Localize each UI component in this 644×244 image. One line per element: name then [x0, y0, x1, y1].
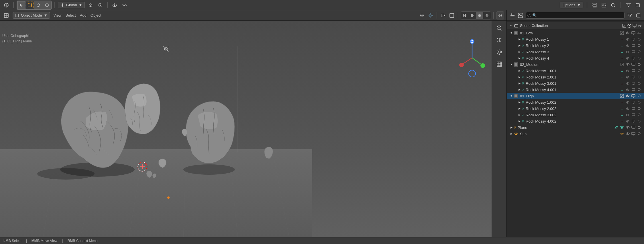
viewport-canvas[interactable]: User Orthographic (1) 03_High | Plane Z — [0, 21, 506, 237]
viewport-overlay-icon[interactable] — [427, 12, 434, 19]
select-menu[interactable]: Select — [64, 13, 77, 18]
camera-view-toggle[interactable] — [439, 12, 447, 19]
monitor-sun[interactable] — [631, 131, 636, 136]
grid-overlay-icon[interactable] — [494, 59, 504, 69]
render-rm4[interactable] — [637, 56, 642, 61]
select-icon[interactable] — [17, 1, 25, 9]
modifier-icon-rm4[interactable]: ⫠ — [619, 56, 625, 61]
monitor-rm2[interactable] — [631, 43, 636, 48]
expand-arrow-plane[interactable]: ▶ — [509, 125, 514, 130]
filter-icon[interactable] — [625, 1, 633, 9]
object-rock-mossy-2-001[interactable]: ▶ ▽ Rock Mossy 2.001 ⫠ — [507, 74, 644, 80]
collection-02-medium[interactable]: ▼ 02_Medium — [507, 61, 644, 68]
object-rock-mossy-4-001[interactable]: ▶ ▽ Rock Mossy 4.001 ⫠ — [507, 86, 644, 93]
modifier-icon-rm1[interactable]: ⫠ — [619, 37, 625, 42]
monitor-rm3[interactable] — [631, 49, 636, 54]
camera-view-icon[interactable] — [494, 47, 504, 57]
solid-shading[interactable] — [468, 12, 476, 19]
render-visibility-icon[interactable] — [111, 1, 119, 9]
scene-display-icon[interactable] — [517, 12, 524, 19]
mod-rm1-001[interactable]: ⫠ — [619, 68, 625, 73]
eye-rm1[interactable] — [625, 37, 630, 42]
sync-icon[interactable] — [634, 1, 642, 9]
modifier-icon-rm2[interactable]: ⫠ — [619, 43, 625, 48]
eye-rm4[interactable] — [625, 56, 630, 61]
select-lasso-icon[interactable] — [43, 1, 51, 9]
search-icon[interactable] — [609, 1, 617, 9]
add-menu[interactable]: Add — [79, 13, 88, 18]
viewport[interactable]: Object Mode ▼ View Select Add Object — [0, 10, 506, 237]
pan-icon[interactable] — [494, 35, 504, 45]
overlay-toggle[interactable] — [496, 11, 504, 19]
monitor-plane[interactable] — [631, 125, 636, 130]
proportional-edit-icon[interactable] — [96, 1, 104, 9]
monitor-icon-01-low[interactable] — [631, 30, 636, 36]
object-sun[interactable]: ▶ Sun — [507, 131, 644, 137]
modifier-icon-rm3[interactable]: ⫠ — [619, 49, 625, 54]
monitor-02[interactable] — [631, 62, 636, 67]
expand-arrow-rm3[interactable]: ▶ — [517, 50, 522, 54]
eye-rm3[interactable] — [625, 49, 630, 54]
eye-sun[interactable] — [625, 131, 630, 136]
eye-03[interactable] — [625, 93, 630, 99]
monitor-rm4[interactable] — [631, 56, 636, 61]
select-circle-icon[interactable] — [34, 1, 42, 9]
visibility-check-01-low[interactable] — [619, 30, 625, 36]
expand-arrow-sun[interactable]: ▶ — [509, 131, 514, 136]
object-rock-mossy-3[interactable]: ▶ ▽ Rock Mossy 3 ⫠ — [507, 49, 644, 55]
sun-special-icon[interactable] — [619, 131, 625, 136]
collection-03-high[interactable]: ▼ 03_High — [507, 93, 644, 99]
wireframe-shading[interactable] — [461, 12, 468, 19]
filter-icon-plane[interactable] — [619, 125, 625, 130]
object-rock-mossy-2[interactable]: ▶ ▽ Rock Mossy 2 ⫠ — [507, 42, 644, 49]
expand-arrow-02-medium[interactable]: ▼ — [509, 62, 514, 67]
viewport-gizmo[interactable]: Z — [459, 36, 485, 80]
eye-02[interactable] — [625, 62, 630, 67]
object-plane[interactable]: ▶ ▽ Plane — [507, 124, 644, 131]
expand-arrow-rm2[interactable]: ▶ — [517, 43, 522, 48]
monitor-rm1[interactable] — [631, 37, 636, 42]
expand-arrow-rm1[interactable]: ▶ — [517, 37, 522, 42]
object-rock-mossy-3-001[interactable]: ▶ ▽ Rock Mossy 3.001 ⫠ — [507, 80, 644, 86]
expand-arrow-01-low[interactable]: ▼ — [509, 31, 514, 35]
image-view-icon[interactable] — [600, 1, 608, 9]
zoom-in-icon[interactable] — [494, 23, 504, 33]
outliner-search-input[interactable] — [526, 12, 625, 19]
render-rm1[interactable] — [637, 37, 642, 42]
rendered-shading[interactable] — [483, 12, 491, 19]
visibility-check-03[interactable] — [619, 93, 625, 99]
render-03[interactable] — [637, 93, 642, 99]
object-rock-mossy-4[interactable]: ▶ ▽ Rock Mossy 4 ⫠ — [507, 55, 644, 61]
object-rock-mossy-3-002[interactable]: ▶ ▽ Rock Mossy 3.002 ⫠ — [507, 112, 644, 118]
object-rock-mossy-1[interactable]: ▶ ▽ Rock Mossy 1 ⫠ — [507, 36, 644, 42]
expand-arrow-03-high[interactable]: ▼ — [509, 94, 514, 98]
outliner-filter-icon[interactable] — [626, 12, 633, 19]
render-sun[interactable] — [637, 131, 642, 136]
monitor-03[interactable] — [631, 93, 636, 99]
object-rock-mossy-1-002[interactable]: ▶ ▽ Rock Mossy 1.002 ⫠ — [507, 99, 644, 105]
eye-rm2[interactable] — [625, 43, 630, 48]
object-menu[interactable]: Object — [89, 13, 103, 18]
editor-type-icon[interactable] — [509, 12, 516, 19]
collection-01-low[interactable]: ▼ 01_Low — [507, 30, 644, 36]
expand-arrow-rm4[interactable]: ▶ — [517, 56, 522, 60]
viewport-type-icon[interactable] — [2, 11, 10, 19]
object-mode-dropdown[interactable]: Object Mode ▼ — [13, 12, 50, 19]
view-menu[interactable]: View — [52, 13, 63, 18]
render-plane[interactable] — [637, 125, 642, 130]
workspace-icon[interactable] — [2, 1, 10, 9]
snap-icon[interactable] — [87, 1, 95, 9]
visibility-check-02[interactable] — [619, 62, 625, 67]
eye-icon-01-low[interactable] — [625, 30, 630, 36]
render-02[interactable] — [637, 62, 642, 67]
eye-plane[interactable] — [625, 125, 630, 130]
material-shading[interactable] — [476, 12, 483, 19]
viewport-gizmo-toggle[interactable] — [418, 12, 426, 19]
object-rock-mossy-2-002[interactable]: ▶ ▽ Rock Mossy 2.002 ⫠ — [507, 105, 644, 112]
wrench-icon-plane[interactable] — [614, 125, 619, 130]
render-rm2[interactable] — [637, 43, 642, 48]
options-dropdown[interactable]: Options ▼ — [560, 2, 583, 8]
select-box-icon[interactable] — [26, 1, 34, 9]
camera-icon-01-low[interactable] — [637, 30, 642, 36]
object-rock-mossy-4-002[interactable]: ▶ ▽ Rock Mossy 4.002 ⫠ — [507, 118, 644, 124]
